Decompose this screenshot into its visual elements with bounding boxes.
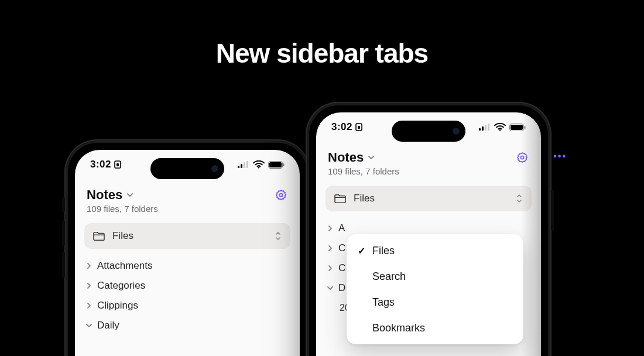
folder-label: D: [338, 282, 345, 294]
folder-icon: [93, 231, 105, 241]
overflow-button[interactable]: •••: [553, 151, 567, 162]
sidebar-tab-label: Files: [354, 193, 375, 204]
menu-option-bookmarks[interactable]: Bookmarks: [347, 315, 523, 341]
folder-label: A: [338, 222, 345, 234]
file-list: Attachments Categories Clippings Daily: [75, 255, 300, 334]
chevron-down-icon: [126, 191, 134, 199]
settings-button[interactable]: [515, 151, 529, 165]
chevron-right-icon: [327, 265, 334, 272]
phone-right: 3:02 Notes 109 files, 7 folders: [306, 102, 551, 356]
phone-left: 3:02 Notes: [64, 139, 310, 356]
folder-label: C: [338, 242, 345, 254]
chevron-right-icon: [327, 245, 334, 252]
menu-option-files[interactable]: ✓ Files: [347, 238, 523, 263]
chevron-down-icon: [85, 322, 93, 329]
vault-subtitle: 109 files, 7 folders: [328, 166, 399, 176]
menu-option-label: Search: [372, 271, 406, 283]
folder-label: C: [338, 262, 345, 274]
volume-up-button: [62, 220, 65, 246]
folder-row[interactable]: Categories: [85, 277, 295, 295]
up-down-icon: [515, 193, 523, 204]
folder-row[interactable]: Daily: [85, 317, 295, 334]
menu-option-label: Tags: [372, 296, 395, 309]
chevron-down-icon: [327, 285, 334, 292]
menu-option-search[interactable]: Search: [347, 263, 523, 289]
vault-name: Notes: [87, 187, 122, 203]
svg-point-21: [520, 156, 523, 159]
settings-button[interactable]: [274, 189, 288, 203]
menu-option-tags[interactable]: Tags: [347, 289, 523, 315]
menu-option-label: Files: [372, 245, 395, 257]
mute-switch: [62, 197, 65, 212]
sidebar-tab-label: Files: [112, 230, 133, 242]
chevron-right-icon: [327, 225, 334, 232]
svg-point-10: [279, 193, 282, 196]
sidebar-tab-selector[interactable]: Files: [326, 186, 532, 211]
folder-label: Attachments: [97, 260, 153, 272]
sidebar-tab-menu: ✓ Files Search Tags Bookmarks: [347, 234, 523, 344]
vault-name: Notes: [328, 150, 364, 165]
chevron-right-icon: [85, 302, 93, 309]
power-button: [551, 190, 554, 231]
up-down-icon: [274, 231, 282, 241]
folder-label: Daily: [97, 320, 119, 331]
volume-down-button: [62, 252, 65, 278]
folder-icon: [334, 193, 347, 204]
sidebar-tab-selector[interactable]: Files: [84, 223, 290, 249]
folder-label: Clippings: [97, 300, 138, 312]
folder-row[interactable]: Attachments: [85, 257, 295, 275]
chevron-right-icon: [85, 262, 93, 269]
folder-label: Categories: [97, 280, 145, 292]
checkmark-icon: ✓: [356, 245, 366, 256]
folder-row[interactable]: Clippings: [85, 297, 295, 314]
menu-option-label: Bookmarks: [372, 322, 425, 334]
chevron-down-icon: [367, 153, 375, 162]
vault-subtitle: 109 files, 7 folders: [87, 204, 158, 214]
vault-switcher[interactable]: Notes: [87, 187, 158, 203]
chevron-right-icon: [85, 282, 93, 289]
hero-title: New sidebar tabs: [0, 37, 644, 69]
vault-switcher[interactable]: Notes: [328, 150, 399, 165]
